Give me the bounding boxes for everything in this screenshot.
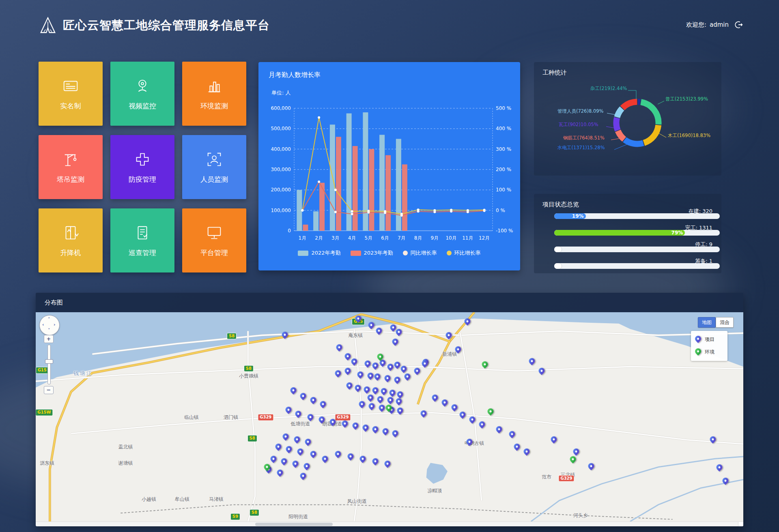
project-pin[interactable] [345,353,351,361]
project-pin[interactable] [362,425,368,433]
project-pin[interactable] [322,456,328,464]
project-pin[interactable] [286,446,292,454]
pan-down-icon[interactable]: ˅ [48,328,50,333]
project-pin[interactable] [455,346,461,354]
legend-item[interactable]: 同比增长率 [403,249,437,257]
project-pin[interactable] [364,360,370,369]
project-pin[interactable] [372,458,379,466]
app-tile-monitor[interactable]: 平台管理 [182,208,246,272]
map-type-button[interactable]: 地图 [698,317,716,328]
project-pin[interactable] [420,410,426,418]
project-pin[interactable] [345,368,351,376]
project-pin[interactable] [396,329,402,337]
project-pin[interactable] [359,401,365,409]
project-pin[interactable] [297,448,303,457]
map-legend-item-env[interactable]: 环境 [695,346,727,358]
project-pin[interactable] [346,382,352,390]
project-pin[interactable] [367,395,373,403]
hybrid-type-button[interactable]: 混合 [716,317,734,328]
zoom-slider-track[interactable] [47,345,51,384]
project-pin[interactable] [359,456,366,464]
project-pin[interactable] [330,419,336,427]
app-tile-env-bars[interactable]: 环境监测 [182,62,246,126]
project-pin[interactable] [551,436,557,444]
pan-right-icon[interactable]: › [54,322,56,327]
project-pin[interactable] [285,407,291,415]
project-pin[interactable] [716,464,722,472]
project-pin[interactable] [336,344,342,352]
project-pin[interactable] [293,461,299,469]
app-tile-id-card[interactable]: 实名制 [39,62,103,126]
environment-pin[interactable] [482,361,488,369]
logout-icon[interactable] [734,20,743,29]
project-pin[interactable] [372,363,379,371]
project-pin[interactable] [379,405,385,413]
project-pin[interactable] [396,398,402,406]
project-pin[interactable] [446,332,452,340]
project-pin[interactable] [452,404,458,412]
project-pin[interactable] [710,436,716,444]
project-pin[interactable] [335,451,341,459]
zoom-in-button[interactable]: + [44,335,54,343]
project-pin[interactable] [442,399,448,408]
environment-pin[interactable] [488,408,494,416]
project-pin[interactable] [335,370,341,378]
project-pin[interactable] [348,453,354,461]
project-pin[interactable] [307,414,313,422]
project-pin[interactable] [384,461,390,469]
project-pin[interactable] [496,426,502,434]
project-pin[interactable] [390,324,396,332]
project-pin[interactable] [277,470,283,478]
project-pin[interactable] [464,318,470,326]
project-pin[interactable] [509,431,515,439]
project-pin[interactable] [372,387,379,395]
project-pin[interactable] [294,436,300,444]
app-tile-person-scan[interactable]: 人员监测 [182,135,246,199]
project-pin[interactable] [392,430,398,438]
zoom-out-button[interactable]: − [44,386,54,394]
map-scrollbar-thumb[interactable] [255,523,333,526]
app-tile-inspection[interactable]: 巡查管理 [110,208,174,272]
environment-pin[interactable] [264,464,270,472]
project-pin[interactable] [353,423,359,431]
environment-pin[interactable] [386,405,392,413]
project-pin[interactable] [723,478,729,486]
project-pin[interactable] [538,368,544,376]
project-pin[interactable] [290,387,296,395]
app-tile-elevator[interactable]: 升降机 [39,208,103,272]
project-pin[interactable] [400,366,407,374]
project-pin[interactable] [422,360,428,369]
project-pin[interactable] [529,358,535,366]
project-pin[interactable] [387,397,393,405]
project-pin[interactable] [469,416,476,425]
map-canvas[interactable]: 钱塘江庵东镇新浦镇小曹娥镇临山镇泗门镇低塘街道朗霞街道马渚镇牟山镇凤山街道阳明街… [36,312,743,521]
project-pin[interactable] [394,362,400,370]
project-pin[interactable] [397,408,403,416]
pan-up-icon[interactable]: ˄ [48,317,50,322]
project-pin[interactable] [310,397,316,405]
project-pin[interactable] [404,373,410,382]
pan-left-icon[interactable]: ‹ [42,322,44,327]
app-tile-camera[interactable]: 视频监控 [110,62,174,126]
project-pin[interactable] [300,393,306,401]
project-pin[interactable] [414,368,420,376]
project-pin[interactable] [282,332,288,340]
legend-item[interactable]: 2022年考勤 [298,249,340,257]
map-scrollbar[interactable] [36,521,743,526]
project-pin[interactable] [355,315,362,324]
project-pin[interactable] [573,448,579,457]
map-pan-control[interactable]: ˄ ˅ ‹ › [39,315,60,335]
project-pin[interactable] [367,373,373,381]
project-pin[interactable] [376,328,382,336]
project-pin[interactable] [368,322,374,330]
project-pin[interactable] [305,439,311,447]
project-pin[interactable] [467,439,473,447]
project-pin[interactable] [394,377,400,385]
project-pin[interactable] [351,358,357,367]
project-pin[interactable] [281,458,287,466]
project-pin[interactable] [295,411,301,419]
project-pin[interactable] [459,412,465,420]
project-pin[interactable] [342,420,348,429]
map-legend-item-project[interactable]: 项目 [695,333,727,346]
project-pin[interactable] [384,375,390,383]
